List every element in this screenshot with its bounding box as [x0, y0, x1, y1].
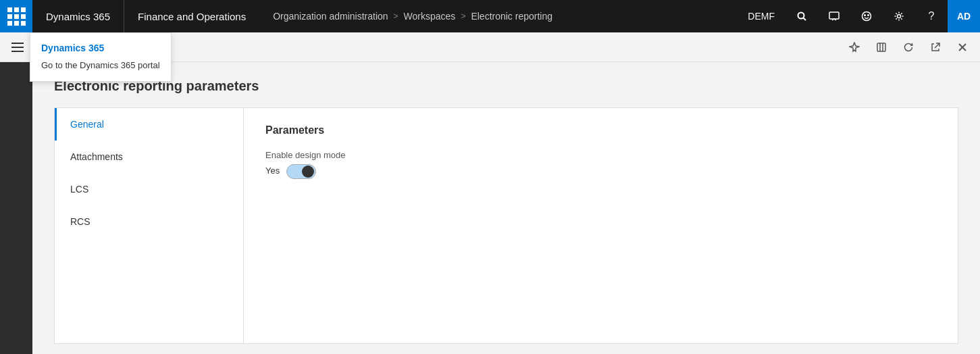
page-title: Electronic reporting parameters — [54, 78, 958, 94]
svg-point-0 — [798, 13, 804, 19]
enable-design-mode-group: Enable design mode Yes — [265, 150, 936, 179]
svg-point-3 — [862, 12, 871, 21]
dropdown-portal-link[interactable]: Go to the Dynamics 365 portal — [30, 57, 171, 76]
second-bar: Dynamics 365 Go to the Dynamics 365 port… — [0, 32, 980, 62]
breadcrumb-item-3[interactable]: Electronic reporting — [471, 11, 552, 22]
breadcrumb-sep-2: > — [461, 11, 465, 21]
second-bar-right — [842, 35, 975, 59]
chat-button[interactable] — [818, 0, 850, 32]
user-avatar[interactable]: AD — [948, 0, 980, 32]
main-layout: Electronic reporting parameters General … — [0, 62, 980, 354]
apps-button[interactable] — [0, 0, 32, 32]
card-navigation: General Attachments LCS RCS — [55, 108, 244, 343]
svg-rect-9 — [877, 43, 885, 51]
section-title: Parameters — [265, 124, 936, 136]
design-mode-toggle[interactable] — [286, 164, 316, 179]
dropdown-title[interactable]: Dynamics 365 — [30, 39, 171, 57]
svg-rect-2 — [829, 12, 839, 19]
params-card: General Attachments LCS RCS Parameters E… — [54, 107, 958, 344]
toggle-container: Yes — [265, 164, 936, 179]
svg-line-12 — [935, 43, 939, 48]
left-sidebar — [0, 62, 32, 354]
card-content: Parameters Enable design mode Yes — [244, 108, 958, 343]
refresh-icon[interactable] — [896, 35, 921, 59]
settings-button[interactable] — [883, 0, 915, 32]
svg-point-5 — [868, 15, 869, 16]
svg-point-6 — [898, 15, 901, 18]
breadcrumb-sep-1: > — [394, 11, 398, 21]
breadcrumb-item-1[interactable]: Organization administration — [273, 11, 388, 22]
pin-icon[interactable] — [842, 35, 867, 59]
field-value-yes: Yes — [265, 166, 280, 176]
brand-label: Dynamics 365 — [32, 0, 124, 32]
search-button[interactable] — [785, 0, 818, 32]
nav-item-attachments[interactable]: Attachments — [55, 141, 243, 173]
nav-item-general[interactable]: General — [55, 108, 243, 141]
module-label: Finance and Operations — [124, 0, 259, 32]
breadcrumb-item-2[interactable]: Workspaces — [404, 11, 456, 22]
hamburger-line — [11, 51, 24, 52]
hamburger-line — [11, 43, 24, 44]
content-area: Electronic reporting parameters General … — [32, 62, 980, 354]
environment-label: DEMF — [737, 11, 785, 22]
dynamics-dropdown: Dynamics 365 Go to the Dynamics 365 port… — [30, 32, 172, 82]
nav-item-rcs[interactable]: RCS — [55, 205, 243, 238]
open-new-icon[interactable] — [923, 35, 948, 59]
smiley-button[interactable] — [850, 0, 883, 32]
field-label-design-mode: Enable design mode — [265, 150, 936, 160]
hamburger-line — [11, 47, 24, 48]
hamburger-button[interactable] — [5, 35, 30, 59]
apps-grid-icon — [7, 7, 26, 26]
close-icon[interactable] — [950, 35, 975, 59]
nav-right-actions: DEMF — [737, 0, 980, 32]
top-navigation: Dynamics 365 Finance and Operations Orga… — [0, 0, 980, 32]
svg-point-4 — [865, 15, 866, 16]
toggle-knob — [302, 166, 314, 178]
nav-item-lcs[interactable]: LCS — [55, 173, 243, 205]
office-icon[interactable] — [869, 35, 894, 59]
breadcrumb: Organization administration > Workspaces… — [259, 11, 737, 22]
help-button[interactable]: ? — [915, 0, 948, 32]
svg-line-1 — [804, 18, 806, 21]
